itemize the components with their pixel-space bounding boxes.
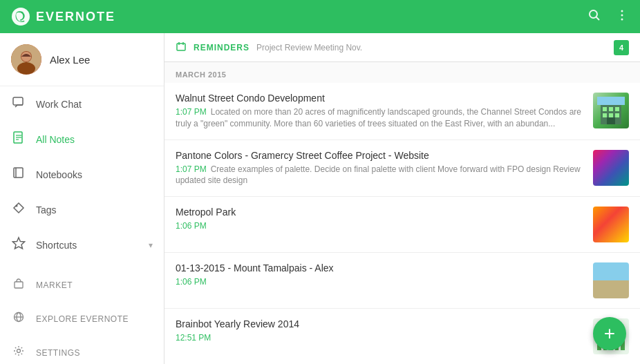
note-item[interactable]: Metropol Park 1:06 PM bbox=[164, 197, 640, 253]
sidebar-item-shortcuts[interactable]: Shortcuts ▾ bbox=[0, 227, 164, 262]
svg-point-1 bbox=[590, 10, 597, 18]
building-thumbnail bbox=[593, 93, 629, 128]
park-thumbnail bbox=[593, 207, 629, 242]
note-item[interactable]: Walnut Street Condo Development 1:07 PML… bbox=[164, 83, 640, 140]
reminders-badge: 4 bbox=[614, 40, 629, 55]
note-meta: 1:06 PM bbox=[176, 220, 585, 232]
reminders-icon bbox=[176, 41, 187, 54]
svg-rect-34 bbox=[615, 113, 619, 117]
market-icon bbox=[11, 277, 26, 293]
month-header: MARCH 2015 bbox=[164, 62, 640, 83]
note-thumbnail bbox=[593, 207, 629, 242]
note-time: 1:07 PM bbox=[176, 107, 207, 117]
svg-point-0 bbox=[12, 8, 30, 26]
note-title: Metropol Park bbox=[176, 207, 585, 218]
note-item[interactable]: 01-13-2015 - Mount Tamalpais - Alex 1:06… bbox=[164, 253, 640, 309]
sidebar-item-work-chat[interactable]: Work Chat bbox=[0, 86, 164, 122]
note-item[interactable]: Pantone Colors - Gramercy Street Coffee … bbox=[164, 140, 640, 198]
note-title: 01-13-2015 - Mount Tamalpais - Alex bbox=[176, 262, 585, 274]
note-meta: 12:51 PM bbox=[176, 332, 585, 344]
shortcuts-chevron-icon: ▾ bbox=[149, 240, 153, 250]
topbar: EVERNOTE bbox=[0, 0, 640, 33]
sidebar-item-notebooks[interactable]: Notebooks bbox=[0, 157, 164, 192]
avatar-image bbox=[11, 44, 41, 75]
all-notes-icon bbox=[11, 131, 26, 148]
sidebar-item-settings[interactable]: SETTINGS bbox=[0, 336, 164, 364]
svg-rect-30 bbox=[609, 107, 613, 111]
sidebar-item-settings-label: SETTINGS bbox=[36, 348, 80, 358]
sidebar-item-tags[interactable]: Tags bbox=[0, 192, 164, 227]
avatar bbox=[11, 44, 41, 75]
explore-icon bbox=[11, 311, 26, 327]
note-time: 1:06 PM bbox=[176, 277, 207, 287]
evernote-logo-icon bbox=[11, 7, 30, 26]
note-title: Walnut Street Condo Development bbox=[176, 93, 585, 104]
new-note-fab[interactable]: + bbox=[593, 317, 626, 350]
logo: EVERNOTE bbox=[11, 7, 115, 26]
svg-rect-16 bbox=[14, 168, 23, 178]
sidebar-item-market[interactable]: MARKET bbox=[0, 268, 164, 302]
svg-rect-31 bbox=[615, 107, 619, 111]
search-icon[interactable] bbox=[587, 8, 601, 26]
svg-point-5 bbox=[621, 18, 623, 20]
sidebar-item-shortcuts-label: Shortcuts bbox=[36, 240, 77, 251]
content-area: REMINDERS Project Review Meeting Nov. 4 … bbox=[164, 33, 640, 364]
note-item[interactable]: Brainbot Yearly Review 2014 12:51 PM bbox=[164, 309, 640, 364]
note-thumbnail bbox=[593, 93, 629, 128]
note-meta: 1:07 PMLocated on more than 20 acres of … bbox=[176, 106, 585, 130]
note-body: Walnut Street Condo Development 1:07 PML… bbox=[176, 93, 585, 130]
svg-marker-19 bbox=[13, 238, 25, 249]
svg-point-3 bbox=[621, 10, 623, 12]
reminders-bar[interactable]: REMINDERS Project Review Meeting Nov. 4 bbox=[164, 33, 640, 62]
note-body: Brainbot Yearly Review 2014 12:51 PM bbox=[176, 318, 585, 344]
svg-rect-11 bbox=[13, 97, 23, 105]
settings-icon bbox=[11, 345, 26, 361]
sidebar-item-market-label: MARKET bbox=[36, 280, 73, 290]
svg-rect-20 bbox=[15, 282, 23, 288]
svg-rect-35 bbox=[607, 117, 615, 124]
beach-thumbnail bbox=[593, 262, 629, 298]
note-thumbnail bbox=[593, 150, 629, 186]
notebooks-icon bbox=[11, 166, 26, 183]
sidebar-item-explore-label: EXPLORE EVERNOTE bbox=[36, 314, 129, 324]
svg-point-18 bbox=[16, 205, 18, 207]
note-meta: 1:07 PMCreate examples of palette. Decid… bbox=[176, 164, 585, 187]
sidebar-item-all-notes-label: All Notes bbox=[36, 134, 75, 145]
sidebar: Alex Lee Work Chat All Notes Notebooks bbox=[0, 33, 164, 364]
svg-point-24 bbox=[17, 349, 21, 353]
svg-rect-29 bbox=[603, 107, 607, 111]
note-time: 1:07 PM bbox=[176, 164, 207, 174]
note-time: 1:06 PM bbox=[176, 221, 207, 231]
sidebar-item-notebooks-label: Notebooks bbox=[36, 169, 82, 180]
note-title: Brainbot Yearly Review 2014 bbox=[176, 318, 585, 329]
svg-rect-32 bbox=[603, 113, 607, 117]
svg-line-2 bbox=[596, 17, 600, 20]
note-thumbnail bbox=[593, 262, 629, 298]
notes-list: MARCH 2015 Walnut Street Condo Developme… bbox=[164, 62, 640, 364]
sidebar-item-all-notes[interactable]: All Notes bbox=[0, 122, 164, 157]
palette-thumbnail bbox=[593, 150, 629, 186]
profile-section[interactable]: Alex Lee bbox=[0, 33, 164, 86]
main-layout: Alex Lee Work Chat All Notes Notebooks bbox=[0, 33, 640, 364]
svg-rect-36 bbox=[597, 97, 625, 105]
note-body: Pantone Colors - Gramercy Street Coffee … bbox=[176, 150, 585, 187]
note-meta: 1:06 PM bbox=[176, 276, 585, 288]
sidebar-item-work-chat-label: Work Chat bbox=[36, 99, 82, 110]
profile-name: Alex Lee bbox=[50, 54, 90, 66]
notes-content-wrapper: MARCH 2015 Walnut Street Condo Developme… bbox=[164, 62, 640, 364]
svg-rect-25 bbox=[177, 44, 185, 50]
svg-rect-33 bbox=[609, 113, 613, 117]
svg-point-4 bbox=[621, 14, 623, 16]
note-body: Metropol Park 1:06 PM bbox=[176, 207, 585, 232]
shortcuts-icon bbox=[11, 236, 26, 253]
note-time: 12:51 PM bbox=[176, 333, 211, 343]
reminders-label: REMINDERS bbox=[194, 43, 250, 52]
sidebar-item-explore[interactable]: EXPLORE EVERNOTE bbox=[0, 302, 164, 336]
note-body: 01-13-2015 - Mount Tamalpais - Alex 1:06… bbox=[176, 262, 585, 288]
more-options-icon[interactable] bbox=[615, 8, 629, 26]
work-chat-icon bbox=[11, 95, 26, 113]
tags-icon bbox=[11, 201, 26, 218]
note-title: Pantone Colors - Gramercy Street Coffee … bbox=[176, 150, 585, 161]
reminders-preview: Project Review Meeting Nov. bbox=[256, 43, 607, 52]
svg-point-8 bbox=[17, 62, 35, 75]
